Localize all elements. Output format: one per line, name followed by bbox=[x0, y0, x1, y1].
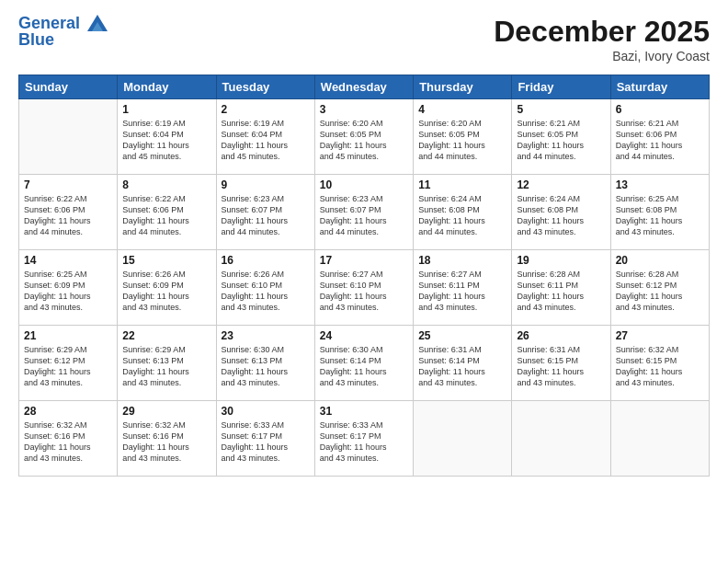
calendar-cell: 13Sunrise: 6:25 AMSunset: 6:08 PMDayligh… bbox=[610, 175, 709, 250]
day-info: Sunrise: 6:27 AMSunset: 6:10 PMDaylight:… bbox=[320, 269, 408, 314]
calendar-cell: 12Sunrise: 6:24 AMSunset: 6:08 PMDayligh… bbox=[512, 175, 610, 250]
calendar-cell: 26Sunrise: 6:31 AMSunset: 6:15 PMDayligh… bbox=[512, 326, 610, 401]
day-number: 11 bbox=[418, 178, 506, 191]
weekday-header-tuesday: Tuesday bbox=[216, 75, 314, 99]
day-info: Sunrise: 6:19 AMSunset: 6:04 PMDaylight:… bbox=[222, 118, 310, 163]
day-info: Sunrise: 6:33 AMSunset: 6:17 PMDaylight:… bbox=[320, 419, 408, 465]
logo-blue: Blue bbox=[18, 31, 108, 50]
calendar-cell bbox=[414, 401, 512, 477]
calendar-cell: 27Sunrise: 6:32 AMSunset: 6:15 PMDayligh… bbox=[610, 326, 709, 401]
calendar-cell: 8Sunrise: 6:22 AMSunset: 6:06 PMDaylight… bbox=[118, 175, 216, 250]
title-area: December 2025 Bazi, Ivory Coast bbox=[494, 15, 710, 63]
day-number: 23 bbox=[222, 329, 310, 342]
day-number: 12 bbox=[517, 178, 605, 191]
day-number: 7 bbox=[24, 178, 112, 191]
logo-icon bbox=[87, 15, 108, 31]
day-number: 31 bbox=[320, 405, 408, 418]
weekday-header-wednesday: Wednesday bbox=[314, 75, 413, 99]
day-info: Sunrise: 6:28 AMSunset: 6:11 PMDaylight:… bbox=[517, 269, 605, 314]
day-info: Sunrise: 6:26 AMSunset: 6:10 PMDaylight:… bbox=[222, 269, 310, 314]
day-number: 15 bbox=[122, 254, 210, 267]
day-number: 27 bbox=[616, 329, 704, 342]
calendar-cell: 30Sunrise: 6:33 AMSunset: 6:17 PMDayligh… bbox=[216, 401, 314, 477]
calendar-cell: 17Sunrise: 6:27 AMSunset: 6:10 PMDayligh… bbox=[314, 250, 413, 326]
day-number: 13 bbox=[616, 178, 704, 191]
day-info: Sunrise: 6:32 AMSunset: 6:15 PMDaylight:… bbox=[616, 344, 704, 389]
weekday-header-monday: Monday bbox=[118, 75, 216, 99]
day-number: 24 bbox=[320, 329, 408, 342]
calendar-cell: 9Sunrise: 6:23 AMSunset: 6:07 PMDaylight… bbox=[216, 175, 314, 250]
calendar-cell: 15Sunrise: 6:26 AMSunset: 6:09 PMDayligh… bbox=[118, 250, 216, 326]
calendar-cell bbox=[512, 401, 610, 477]
day-info: Sunrise: 6:23 AMSunset: 6:07 PMDaylight:… bbox=[320, 193, 408, 238]
calendar-cell: 7Sunrise: 6:22 AMSunset: 6:06 PMDaylight… bbox=[19, 175, 118, 250]
day-info: Sunrise: 6:21 AMSunset: 6:05 PMDaylight:… bbox=[517, 118, 605, 163]
day-number: 1 bbox=[122, 103, 210, 116]
day-info: Sunrise: 6:31 AMSunset: 6:15 PMDaylight:… bbox=[517, 344, 605, 389]
day-number: 28 bbox=[24, 405, 112, 418]
day-number: 26 bbox=[517, 329, 605, 342]
day-info: Sunrise: 6:33 AMSunset: 6:17 PMDaylight:… bbox=[222, 419, 310, 465]
day-number: 16 bbox=[222, 254, 310, 267]
day-number: 25 bbox=[418, 329, 506, 342]
weekday-header-thursday: Thursday bbox=[414, 75, 512, 99]
week-row-5: 28Sunrise: 6:32 AMSunset: 6:16 PMDayligh… bbox=[19, 401, 710, 477]
day-info: Sunrise: 6:29 AMSunset: 6:13 PMDaylight:… bbox=[122, 344, 210, 389]
day-number: 22 bbox=[122, 329, 210, 342]
calendar-cell: 14Sunrise: 6:25 AMSunset: 6:09 PMDayligh… bbox=[19, 250, 118, 326]
day-info: Sunrise: 6:30 AMSunset: 6:13 PMDaylight:… bbox=[222, 344, 310, 389]
week-row-1: 1Sunrise: 6:19 AMSunset: 6:04 PMDaylight… bbox=[19, 99, 710, 175]
day-info: Sunrise: 6:23 AMSunset: 6:07 PMDaylight:… bbox=[222, 193, 310, 238]
calendar-cell: 19Sunrise: 6:28 AMSunset: 6:11 PMDayligh… bbox=[512, 250, 610, 326]
calendar: SundayMondayTuesdayWednesdayThursdayFrid… bbox=[18, 75, 710, 477]
day-info: Sunrise: 6:24 AMSunset: 6:08 PMDaylight:… bbox=[418, 193, 506, 238]
week-row-2: 7Sunrise: 6:22 AMSunset: 6:06 PMDaylight… bbox=[19, 175, 710, 250]
day-info: Sunrise: 6:25 AMSunset: 6:08 PMDaylight:… bbox=[616, 193, 704, 238]
calendar-cell: 4Sunrise: 6:20 AMSunset: 6:05 PMDaylight… bbox=[414, 99, 512, 175]
calendar-cell: 10Sunrise: 6:23 AMSunset: 6:07 PMDayligh… bbox=[314, 175, 413, 250]
day-info: Sunrise: 6:21 AMSunset: 6:06 PMDaylight:… bbox=[616, 118, 704, 163]
calendar-cell: 24Sunrise: 6:30 AMSunset: 6:14 PMDayligh… bbox=[314, 326, 413, 401]
calendar-cell: 22Sunrise: 6:29 AMSunset: 6:13 PMDayligh… bbox=[118, 326, 216, 401]
day-info: Sunrise: 6:22 AMSunset: 6:06 PMDaylight:… bbox=[24, 193, 112, 238]
day-info: Sunrise: 6:20 AMSunset: 6:05 PMDaylight:… bbox=[418, 118, 506, 163]
calendar-cell: 21Sunrise: 6:29 AMSunset: 6:12 PMDayligh… bbox=[19, 326, 118, 401]
day-number: 17 bbox=[320, 254, 408, 267]
calendar-cell: 3Sunrise: 6:20 AMSunset: 6:05 PMDaylight… bbox=[314, 99, 413, 175]
calendar-cell: 1Sunrise: 6:19 AMSunset: 6:04 PMDaylight… bbox=[118, 99, 216, 175]
logo-general: General bbox=[18, 14, 80, 32]
header: General Blue December 2025 Bazi, Ivory C… bbox=[18, 15, 710, 63]
weekday-header-friday: Friday bbox=[512, 75, 610, 99]
week-row-4: 21Sunrise: 6:29 AMSunset: 6:12 PMDayligh… bbox=[19, 326, 710, 401]
month-title: December 2025 bbox=[494, 15, 710, 49]
day-number: 6 bbox=[616, 103, 704, 116]
day-number: 9 bbox=[222, 178, 310, 191]
day-info: Sunrise: 6:25 AMSunset: 6:09 PMDaylight:… bbox=[24, 269, 112, 314]
day-info: Sunrise: 6:32 AMSunset: 6:16 PMDaylight:… bbox=[122, 419, 210, 465]
day-number: 30 bbox=[222, 405, 310, 418]
day-number: 20 bbox=[616, 254, 704, 267]
day-info: Sunrise: 6:29 AMSunset: 6:12 PMDaylight:… bbox=[24, 344, 112, 389]
day-number: 14 bbox=[24, 254, 112, 267]
calendar-cell: 29Sunrise: 6:32 AMSunset: 6:16 PMDayligh… bbox=[118, 401, 216, 477]
location: Bazi, Ivory Coast bbox=[494, 49, 710, 63]
day-number: 29 bbox=[122, 405, 210, 418]
day-number: 3 bbox=[320, 103, 408, 116]
day-info: Sunrise: 6:31 AMSunset: 6:14 PMDaylight:… bbox=[418, 344, 506, 389]
page: General Blue December 2025 Bazi, Ivory C… bbox=[0, 0, 728, 563]
day-info: Sunrise: 6:19 AMSunset: 6:04 PMDaylight:… bbox=[122, 118, 210, 163]
day-info: Sunrise: 6:20 AMSunset: 6:05 PMDaylight:… bbox=[320, 118, 408, 163]
day-info: Sunrise: 6:28 AMSunset: 6:12 PMDaylight:… bbox=[616, 269, 704, 314]
calendar-cell: 23Sunrise: 6:30 AMSunset: 6:13 PMDayligh… bbox=[216, 326, 314, 401]
day-info: Sunrise: 6:30 AMSunset: 6:14 PMDaylight:… bbox=[320, 344, 408, 389]
day-number: 10 bbox=[320, 178, 408, 191]
day-info: Sunrise: 6:24 AMSunset: 6:08 PMDaylight:… bbox=[517, 193, 605, 238]
day-info: Sunrise: 6:27 AMSunset: 6:11 PMDaylight:… bbox=[418, 269, 506, 314]
day-number: 18 bbox=[418, 254, 506, 267]
day-info: Sunrise: 6:26 AMSunset: 6:09 PMDaylight:… bbox=[122, 269, 210, 314]
calendar-cell: 20Sunrise: 6:28 AMSunset: 6:12 PMDayligh… bbox=[610, 250, 709, 326]
calendar-body: 1Sunrise: 6:19 AMSunset: 6:04 PMDaylight… bbox=[19, 99, 710, 477]
day-info: Sunrise: 6:22 AMSunset: 6:06 PMDaylight:… bbox=[122, 193, 210, 238]
weekday-header-saturday: Saturday bbox=[610, 75, 709, 99]
calendar-cell: 28Sunrise: 6:32 AMSunset: 6:16 PMDayligh… bbox=[19, 401, 118, 477]
